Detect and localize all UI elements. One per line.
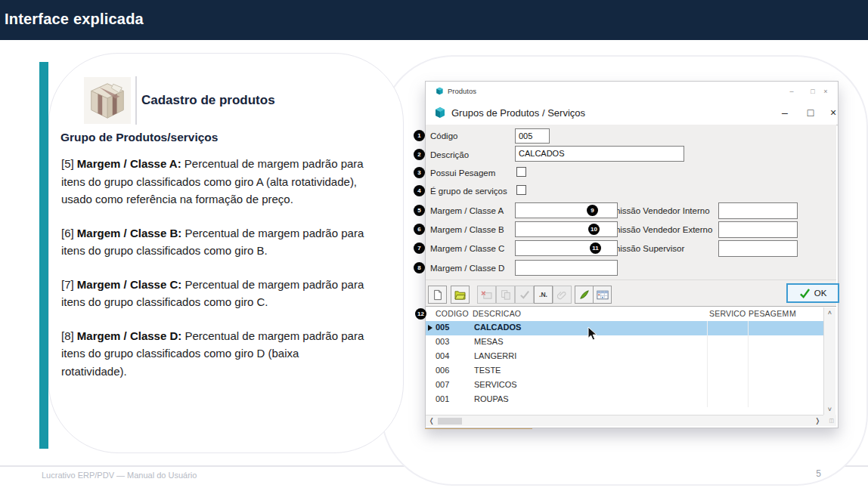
table-row[interactable]: 001 ROUPAS	[426, 393, 823, 407]
cell-codigo: 006	[436, 366, 470, 375]
margem-d-input[interactable]	[515, 260, 618, 276]
page-number: 5	[806, 468, 821, 479]
cell-descricao: SERVICOS	[474, 380, 517, 389]
descricao-label: Descrição	[430, 149, 469, 161]
confirm-button[interactable]	[515, 286, 534, 304]
grupo-servicos-label: É grupo de serviços	[430, 185, 507, 197]
cell-descricao: LANGERRI	[474, 351, 516, 360]
possui-pesagem-checkbox[interactable]	[516, 167, 526, 177]
callout-badge-10: 10	[588, 224, 600, 235]
screenshot-card: Produtos – □ × Grupos de Produtos / Serv…	[381, 55, 868, 486]
table-row[interactable]: 006 TESTE	[426, 364, 823, 378]
table-header-row: CODIGO DESCRICAO SERVICO PESAGEM M	[426, 307, 823, 321]
edit-pen-icon	[579, 289, 590, 300]
cell-descricao: CALCADOS	[474, 323, 521, 332]
scroll-left-icon[interactable]: ❬	[429, 416, 435, 425]
grid-view-icon	[597, 290, 609, 300]
callout-badge-8: 8	[414, 262, 425, 273]
callout-badge-7: 7	[414, 242, 425, 254]
table-row[interactable]: 007 SERVICOS	[426, 378, 823, 393]
scroll-up-icon[interactable]: ˄	[824, 308, 835, 317]
maximize-button[interactable]: □	[799, 101, 822, 125]
copy-record-icon	[501, 289, 511, 300]
margem-d-label: Margem / Classe D	[430, 262, 504, 274]
cell-codigo: 003	[436, 337, 470, 346]
comissao-supervisor-input[interactable]	[718, 240, 798, 257]
callout-badge-4: 4	[414, 185, 425, 196]
cell-descricao: MESAS	[474, 337, 504, 346]
grupo-servicos-checkbox[interactable]	[516, 185, 526, 195]
callout-badge-9: 9	[587, 205, 598, 216]
new-record-button[interactable]	[428, 286, 447, 304]
attach-icon	[557, 290, 567, 300]
open-button[interactable]	[451, 286, 470, 304]
item-ref: [5]	[61, 157, 74, 170]
descricao-input[interactable]: CALCADOS	[515, 146, 684, 162]
grid-view-button[interactable]	[593, 286, 612, 304]
column-header-pesagem[interactable]: PESAGEM	[749, 309, 789, 318]
delete-record-button[interactable]	[477, 286, 496, 304]
callout-badge-1: 1	[414, 130, 425, 141]
item-ref: [7]	[61, 278, 74, 291]
scrollbar-thumb[interactable]	[438, 418, 462, 425]
group-cube-icon	[434, 107, 446, 119]
outer-minimize-button[interactable]: –	[781, 82, 802, 101]
margem-c-label: Margem / Classe C	[430, 242, 504, 255]
results-table: 12 CODIGO DESCRICAO SERVICO PESAGEM M 00…	[426, 306, 836, 427]
scroll-down-icon[interactable]: ˅	[824, 405, 835, 414]
item-term: Margem / Classe A:	[77, 157, 181, 170]
inner-window-title: Grupos de Produtos / Serviços	[451, 107, 585, 119]
cell-codigo: 007	[436, 380, 470, 389]
margem-c-input[interactable]	[515, 240, 618, 256]
column-header-descricao[interactable]: DESCRICAO	[473, 309, 521, 318]
copy-record-button[interactable]	[496, 286, 515, 304]
column-separator	[748, 321, 749, 407]
section-heading: Grupo de Produtos/serviços	[60, 131, 218, 144]
app-cube-icon	[436, 87, 444, 95]
decimal-n-button[interactable]: .N.	[534, 286, 553, 304]
resize-grip[interactable]: ◫	[823, 415, 836, 426]
confirm-check-icon	[519, 290, 530, 299]
app-window: Produtos – □ × Grupos de Produtos / Serv…	[425, 81, 839, 428]
attach-button[interactable]	[553, 286, 572, 304]
ok-check-icon	[799, 289, 811, 298]
outer-window-title: Produtos	[448, 87, 476, 95]
table-row[interactable]: 004 LANGERRI	[426, 350, 823, 364]
table-row[interactable]: 003 MESAS	[426, 335, 823, 350]
header-divider	[135, 76, 137, 125]
margem-a-label: Margem / Classe A	[430, 205, 504, 217]
comissao-interno-input[interactable]	[718, 202, 798, 219]
card-title: Cadastro de produtos	[141, 93, 275, 108]
codigo-input[interactable]: 005	[515, 128, 550, 144]
scroll-right-icon[interactable]: ❭	[814, 416, 820, 425]
vertical-scrollbar[interactable]: ˄ ˅	[823, 307, 835, 415]
outer-close-button[interactable]: ×	[815, 82, 836, 101]
column-header-servico[interactable]: SERVICO	[709, 309, 746, 318]
margem-b-input[interactable]	[515, 221, 618, 237]
close-button[interactable]: ×	[822, 101, 845, 125]
cell-descricao: TESTE	[474, 366, 501, 375]
minimize-button[interactable]: –	[773, 101, 796, 125]
mouse-cursor-icon	[587, 326, 598, 341]
column-header-codigo[interactable]: CODIGO	[436, 309, 469, 318]
slide-header: Interface explicada	[0, 0, 868, 40]
margem-a-input[interactable]	[515, 202, 618, 218]
margem-b-label: Margem / Classe B	[430, 224, 504, 236]
ok-button-label: OK	[814, 289, 827, 298]
codigo-label: Código	[430, 130, 457, 142]
edit-pen-button[interactable]	[575, 286, 594, 304]
comissao-externo-input[interactable]	[718, 221, 798, 238]
ok-button[interactable]: OK	[786, 283, 839, 303]
decimal-n-label: .N.	[539, 291, 547, 298]
callout-badge-5: 5	[414, 205, 425, 216]
cell-codigo: 004	[436, 351, 470, 360]
table-row[interactable]: 005 CALCADOS	[426, 321, 823, 335]
horizontal-scrollbar[interactable]: ❬ ❭	[426, 415, 823, 426]
column-header-m[interactable]: M	[789, 309, 796, 318]
cell-codigo: 005	[436, 323, 470, 332]
column-separator	[707, 321, 708, 407]
new-record-icon	[432, 289, 443, 301]
outer-titlebar: Produtos – □ ×	[426, 82, 838, 102]
item-term: Margem / Classe D:	[77, 329, 181, 342]
explanation-item-8: [8] Margem / Classe D: Percentual de mar…	[61, 327, 367, 381]
